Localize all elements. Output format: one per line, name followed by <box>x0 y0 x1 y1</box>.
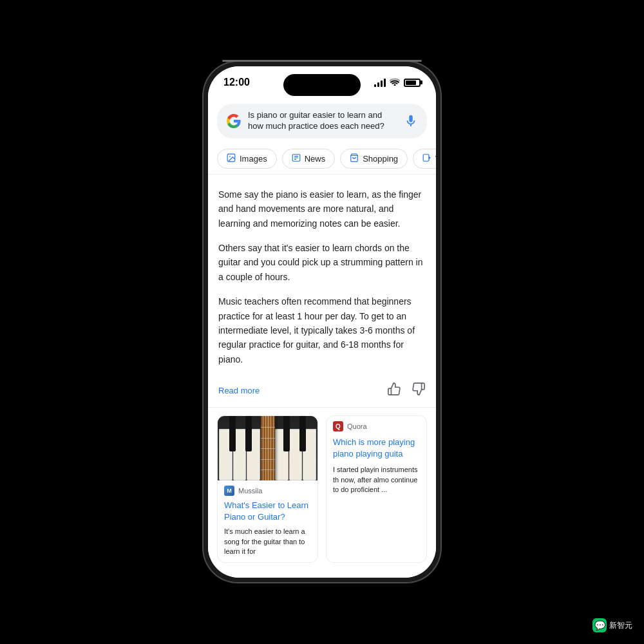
shopping-icon <box>350 153 359 164</box>
watermark: 💬 新智元 <box>592 618 632 632</box>
tab-news-label: News <box>305 154 326 164</box>
mussila-title[interactable]: What's Easier to Learn Piano or Guitar? <box>224 500 311 523</box>
status-bar: 12:00 <box>208 66 436 99</box>
content-area[interactable]: Some say the piano is easier to learn, a… <box>208 175 436 578</box>
tab-news[interactable]: News <box>282 149 336 169</box>
tab-shopping-label: Shopping <box>363 154 398 164</box>
svg-point-1 <box>229 156 231 157</box>
wifi-icon <box>390 77 400 88</box>
quora-source-name: Quora <box>347 422 367 430</box>
tab-images-label: Images <box>240 154 267 164</box>
ai-paragraph-1: Some say the piano is easier to learn, a… <box>218 187 426 231</box>
quora-title[interactable]: Which is more playing piano playing guit… <box>327 434 426 462</box>
mic-icon[interactable] <box>404 114 418 128</box>
ai-paragraph-3: Music teachers often recommend that begi… <box>218 294 426 366</box>
filter-tabs: Images News Shopping Vide... <box>208 145 436 175</box>
ai-paragraph-2: Others say that it's easier to learn cho… <box>218 241 426 284</box>
svg-marker-8 <box>429 156 431 159</box>
feedback-icons <box>387 382 426 399</box>
tab-shopping[interactable]: Shopping <box>340 149 408 169</box>
status-icons <box>374 77 421 88</box>
quora-card[interactable]: Q Quora Which is more playing piano play… <box>326 415 427 563</box>
battery-icon <box>404 79 421 87</box>
tab-images[interactable]: Images <box>217 149 277 169</box>
status-time: 12:00 <box>223 77 250 88</box>
mussila-favicon: M <box>224 486 234 496</box>
news-icon <box>292 153 301 164</box>
quora-header: Q Quora <box>327 416 426 434</box>
mussila-snippet: It's much easier to learn a song for the… <box>224 527 311 556</box>
wechat-icon: 💬 <box>592 618 607 632</box>
thumbs-down-button[interactable] <box>412 382 426 399</box>
search-query: Is piano or guitar easier to learn and h… <box>248 110 397 132</box>
mussila-card-body: M Mussila What's Easier to Learn Piano o… <box>218 480 317 562</box>
search-bar-container: Is piano or guitar easier to learn and h… <box>208 99 436 145</box>
svg-rect-7 <box>423 155 429 162</box>
quora-snippet: I started playin instruments th now, aft… <box>327 462 426 500</box>
tab-videos[interactable]: Vide... <box>413 149 436 169</box>
results-section: M Mussila What's Easier to Learn Piano o… <box>208 408 436 571</box>
results-grid: M Mussila What's Easier to Learn Piano o… <box>217 415 427 563</box>
read-more-link[interactable]: Read more <box>218 386 260 395</box>
quora-favicon: Q <box>333 421 343 431</box>
images-icon <box>227 153 236 164</box>
mussila-card[interactable]: M Mussila What's Easier to Learn Piano o… <box>217 415 318 563</box>
dynamic-island <box>283 74 361 96</box>
ai-answer-section: Some say the piano is easier to learn, a… <box>208 175 436 408</box>
google-logo <box>226 113 242 129</box>
tab-videos-label: Vide... <box>435 154 436 164</box>
phone-frame: 12:00 <box>203 61 441 583</box>
thumbs-up-button[interactable] <box>387 382 401 399</box>
watermark-text: 新智元 <box>609 620 632 631</box>
mussila-source-name: Mussila <box>238 487 262 495</box>
search-bar[interactable]: Is piano or guitar easier to learn and h… <box>217 104 427 138</box>
answer-footer: Read more <box>218 377 426 399</box>
videos-icon <box>422 153 431 164</box>
signal-icon <box>374 78 386 87</box>
mussila-image <box>218 416 317 480</box>
phone-screen: 12:00 <box>208 66 436 578</box>
mussila-source-row: M Mussila <box>224 486 311 496</box>
